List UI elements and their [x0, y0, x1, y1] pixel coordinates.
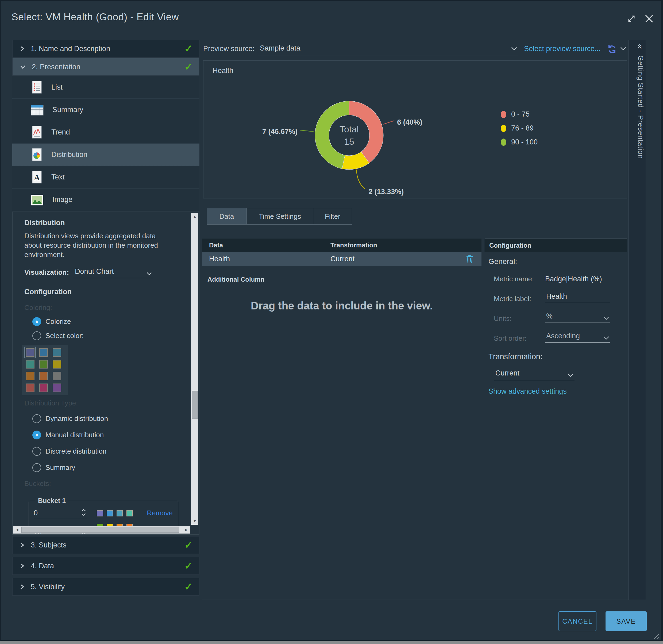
radio-on-icon	[32, 430, 41, 439]
save-button[interactable]: SAVE	[605, 612, 647, 631]
column-header-transformation: Transformation	[330, 242, 445, 249]
discrete-distribution-radio[interactable]: Discrete distribution	[32, 447, 183, 456]
presentation-item-list[interactable]: List	[12, 76, 200, 99]
step-complete-check-icon: ✓	[184, 561, 193, 571]
item-label: Distribution	[51, 151, 87, 159]
scrollbar-thumb[interactable]	[21, 527, 179, 533]
chevron-right-icon	[20, 541, 25, 549]
chart-preview-panel: Health 6 (40%)2 (13.33%)7 (46.67%) Total…	[203, 61, 627, 198]
horizontal-scrollbar[interactable]: ◄ ►	[14, 526, 190, 534]
chevron-down-icon	[568, 373, 573, 377]
distribution-heading: Distribution	[24, 219, 183, 227]
manual-distribution-radio[interactable]: Manual distribution	[32, 430, 183, 439]
scrollbar-thumb[interactable]	[192, 391, 198, 419]
color-swatch[interactable]	[39, 383, 48, 392]
preview-source-select[interactable]: Sample data	[258, 43, 518, 56]
color-swatch[interactable]	[127, 510, 133, 516]
chevron-right-icon	[20, 45, 25, 52]
legend-dot	[501, 125, 506, 132]
step-visibility[interactable]: 5. Visibility ✓	[12, 578, 200, 596]
tab-time-settings[interactable]: Time Settings	[247, 208, 313, 225]
color-swatch[interactable]	[53, 383, 61, 392]
step-data[interactable]: 4. Data ✓	[12, 557, 200, 575]
scroll-right-arrow[interactable]: ►	[183, 526, 190, 534]
scroll-up-arrow[interactable]: ▲	[191, 213, 198, 220]
color-swatch[interactable]	[26, 360, 35, 369]
summary-distribution-radio[interactable]: Summary	[32, 463, 183, 472]
bucket-min-stepper[interactable]	[34, 509, 87, 519]
color-swatch[interactable]	[107, 510, 113, 516]
configuration-panel: Configuration General: Metric name: Badg…	[485, 237, 627, 396]
color-swatch[interactable]	[117, 510, 123, 516]
refresh-icon[interactable]	[607, 44, 617, 54]
chevron-down-icon	[511, 47, 517, 50]
visualization-select[interactable]: Donut Chart	[73, 267, 154, 278]
show-advanced-settings-link[interactable]: Show advanced settings	[488, 387, 624, 396]
additional-column-label: Additional Column	[207, 276, 481, 283]
radio-off-icon	[32, 414, 41, 423]
preview-source-value: Sample data	[260, 44, 300, 52]
callout-line	[300, 130, 314, 132]
cancel-button[interactable]: CANCEL	[558, 612, 596, 631]
segment-callout: 2 (13.33%)	[368, 188, 404, 196]
chevron-down-icon[interactable]	[620, 47, 626, 50]
close-icon[interactable]	[643, 13, 655, 24]
step-presentation[interactable]: 2. Presentation ✓	[12, 58, 200, 76]
delete-row-icon[interactable]	[466, 254, 474, 264]
select-color-radio[interactable]: Select color:	[32, 331, 183, 340]
color-swatch[interactable]	[53, 360, 61, 369]
coloring-label: Coloring:	[24, 304, 183, 312]
color-swatch[interactable]	[39, 372, 48, 380]
tab-data[interactable]: Data	[207, 208, 247, 225]
color-swatch[interactable]	[26, 372, 35, 380]
colorize-radio[interactable]: Colorize	[32, 317, 183, 326]
presentation-item-image[interactable]: Image	[12, 188, 200, 211]
dynamic-distribution-radio[interactable]: Dynamic distribution	[32, 414, 183, 423]
color-swatch[interactable]	[39, 348, 48, 357]
scroll-down-arrow[interactable]: ▼	[191, 517, 198, 525]
step-subjects[interactable]: 3. Subjects ✓	[12, 536, 200, 554]
step-name-and-description[interactable]: 1. Name and Description ✓	[12, 40, 200, 58]
text-icon: A	[30, 170, 43, 184]
scroll-left-arrow[interactable]: ◄	[14, 526, 21, 534]
getting-started-strip[interactable]: « Getting Started - Presentation	[628, 40, 646, 600]
data-table: Data Transformation Health Current Addit…	[202, 239, 481, 312]
color-swatch[interactable]	[53, 348, 61, 357]
sort-order-select[interactable]: Ascending	[545, 332, 610, 342]
column-header-data: Data	[202, 242, 330, 249]
presentation-item-text[interactable]: A Text	[12, 166, 200, 188]
item-label: Summary	[52, 106, 84, 114]
presentation-item-summary[interactable]: Summary	[12, 99, 200, 121]
metric-label-label: Metric label:	[488, 295, 545, 303]
presentation-item-distribution[interactable]: Distribution	[12, 143, 200, 166]
resize-handle[interactable]	[653, 632, 660, 640]
svg-text:A: A	[34, 173, 40, 182]
item-label: List	[51, 83, 63, 91]
image-icon	[30, 193, 44, 206]
vertical-scrollbar[interactable]: ▲ ▼	[191, 213, 198, 525]
metric-label-input[interactable]: Health	[545, 292, 610, 303]
units-select[interactable]: %	[545, 312, 610, 323]
units-label: Units:	[488, 314, 545, 323]
item-label: Text	[51, 173, 65, 181]
color-swatch[interactable]	[53, 372, 61, 380]
color-swatch[interactable]	[39, 360, 48, 369]
presentation-item-trend[interactable]: Distribution Trend	[12, 121, 200, 143]
radio-on-icon	[32, 317, 41, 326]
stepper-arrows-icon[interactable]	[81, 509, 86, 516]
color-swatch[interactable]	[26, 383, 35, 392]
bucket-min-input[interactable]	[34, 509, 71, 517]
table-row[interactable]: Health Current	[202, 252, 481, 266]
window-bottom-edge	[0, 641, 663, 644]
color-swatch[interactable]	[26, 348, 35, 357]
color-swatch[interactable]	[97, 510, 103, 516]
tab-filter[interactable]: Filter	[313, 208, 352, 225]
collapse-double-chevron-icon[interactable]: «	[636, 44, 646, 49]
step-label: 4. Data	[31, 562, 184, 570]
expand-icon[interactable]	[626, 14, 637, 24]
distribution-icon	[30, 148, 43, 162]
detail-tabs: Data Time Settings Filter	[207, 208, 352, 225]
select-preview-source-link[interactable]: Select preview source...	[524, 45, 601, 53]
transformation-select[interactable]: Current	[494, 369, 574, 380]
chevron-down-icon	[146, 272, 152, 275]
